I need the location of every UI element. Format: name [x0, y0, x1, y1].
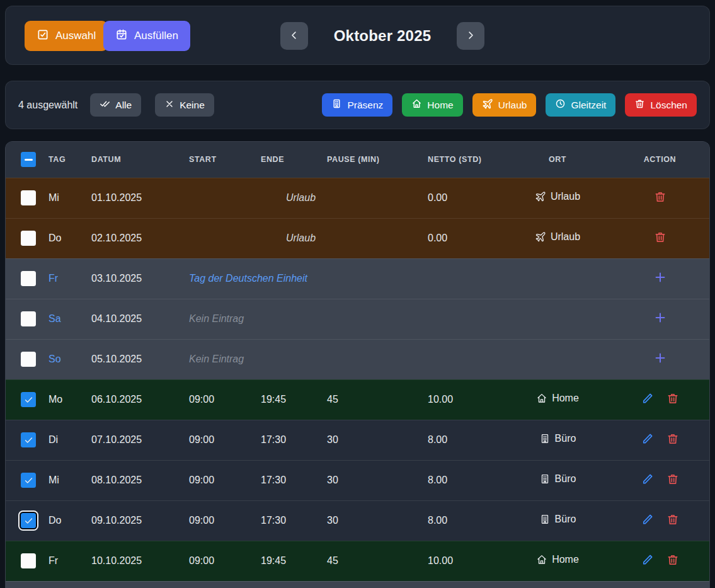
ort-label: Büro: [555, 433, 576, 444]
edit-button[interactable]: [641, 473, 654, 485]
cell-day: Fr: [41, 258, 84, 299]
table-row: Di07.10.202509:0017:30308.00Büro: [6, 420, 710, 460]
cell-ort: [506, 258, 609, 299]
cell-pause: 45: [319, 541, 420, 581]
cell-date: 08.10.2025: [84, 460, 181, 500]
cell-ort: Urlaub: [506, 218, 609, 258]
cell-pause: 30: [319, 500, 420, 541]
auswahl-button[interactable]: Auswahl: [25, 21, 108, 51]
prev-month-button[interactable]: [280, 22, 308, 50]
row-checkbox[interactable]: [21, 392, 36, 407]
row-checkbox[interactable]: [21, 190, 36, 205]
home-button[interactable]: Home: [402, 93, 462, 117]
row-checkbox[interactable]: [21, 271, 36, 286]
select-all-checkbox[interactable]: [21, 152, 36, 167]
table-row: Sa04.10.2025Kein Eintrag: [6, 299, 710, 339]
cell-ende: 17:30: [253, 460, 319, 500]
pencil-icon: [641, 513, 654, 526]
cell-action: [609, 500, 710, 541]
praesenz-button[interactable]: Präsenz: [322, 93, 392, 117]
row-checkbox-cell: [6, 541, 41, 581]
header-action: ACTION: [609, 142, 710, 178]
cell-action: [609, 299, 710, 339]
row-checkbox[interactable]: [21, 432, 36, 447]
cell-ort: Urlaub: [506, 178, 609, 218]
building-icon: [539, 473, 551, 485]
building-icon: [539, 514, 551, 525]
row-checkbox-cell: [6, 218, 41, 258]
home-label: Home: [427, 100, 453, 111]
urlaub-button[interactable]: Urlaub: [472, 93, 537, 117]
row-checkbox[interactable]: [21, 473, 36, 488]
cell-day: Mi: [41, 178, 84, 218]
cell-date: 02.10.2025: [84, 218, 181, 258]
cell-day: Sa: [41, 299, 84, 339]
edit-button[interactable]: [641, 432, 654, 445]
cell-day: Do: [41, 218, 84, 258]
delete-button[interactable]: [666, 553, 679, 566]
row-checkbox[interactable]: [21, 513, 36, 528]
ausfuellen-button[interactable]: Ausfüllen: [103, 21, 190, 51]
cell-day: Mo: [41, 379, 84, 420]
plane-icon: [482, 98, 493, 112]
row-checkbox-cell: [6, 299, 41, 339]
edit-button[interactable]: [641, 513, 654, 526]
add-button[interactable]: [653, 351, 667, 365]
cell-ort: Home: [506, 541, 609, 581]
ausfuellen-label: Ausfüllen: [134, 30, 178, 42]
delete-button[interactable]: [666, 513, 679, 526]
gleitzeit-button[interactable]: Gleitzeit: [546, 93, 615, 117]
trash-icon: [666, 432, 679, 445]
urlaub-label: Urlaub: [498, 100, 527, 111]
row-checkbox-cell: [6, 178, 41, 218]
cell-date: 04.10.2025: [84, 299, 181, 339]
add-button[interactable]: [653, 270, 667, 284]
ort-label: Urlaub: [551, 191, 580, 202]
trash-icon: [654, 190, 666, 203]
select-none-button[interactable]: Keine: [155, 93, 214, 117]
edit-button[interactable]: [641, 553, 654, 566]
timesheet-table: TAG DATUM START ENDE PAUSE (MIN) NETTO (…: [6, 142, 710, 581]
building-icon: [331, 98, 342, 112]
cell-note: Urlaub: [181, 218, 420, 258]
cell-action: [609, 178, 710, 218]
row-checkbox[interactable]: [21, 352, 36, 367]
row-checkbox[interactable]: [21, 553, 36, 568]
delete-button[interactable]: [666, 392, 679, 405]
edit-button[interactable]: [641, 392, 654, 405]
loeschen-button[interactable]: Löschen: [625, 93, 697, 117]
row-checkbox[interactable]: [21, 311, 36, 326]
row-checkbox-cell: [6, 460, 41, 500]
cell-netto: 0.00: [420, 178, 506, 218]
plane-icon: [535, 191, 546, 202]
ort-label: Home: [552, 554, 579, 565]
delete-button[interactable]: [654, 231, 666, 243]
cell-day: Mi: [41, 460, 84, 500]
cell-day: So: [41, 339, 84, 379]
delete-button[interactable]: [666, 432, 679, 445]
selection-toolbar: 4 ausgewählt Alle Keine Präsenz Home Url…: [5, 81, 710, 129]
x-icon: [164, 99, 174, 112]
plus-icon: [653, 270, 667, 284]
cell-netto: 10.00: [420, 379, 506, 420]
cell-ort: [506, 299, 609, 339]
cell-date: 10.10.2025: [84, 541, 181, 581]
delete-button[interactable]: [666, 473, 679, 485]
cell-start: 09:00: [181, 420, 253, 460]
add-button[interactable]: [653, 311, 667, 325]
cell-action: [609, 541, 710, 581]
row-checkbox[interactable]: [21, 231, 36, 246]
select-all-button[interactable]: Alle: [90, 93, 141, 117]
header-netto: NETTO (STD): [420, 142, 506, 178]
plane-icon: [535, 231, 546, 243]
double-check-icon: [100, 98, 110, 112]
check-square-icon: [37, 28, 49, 44]
next-month-button[interactable]: [457, 22, 484, 50]
delete-button[interactable]: [654, 190, 666, 203]
cell-ende: 17:30: [253, 500, 319, 541]
cell-pause: 30: [319, 420, 420, 460]
home-icon: [411, 98, 422, 112]
table-row: Fr10.10.202509:0019:454510.00Home: [6, 541, 710, 581]
home-icon: [536, 554, 547, 565]
pencil-icon: [641, 553, 654, 566]
